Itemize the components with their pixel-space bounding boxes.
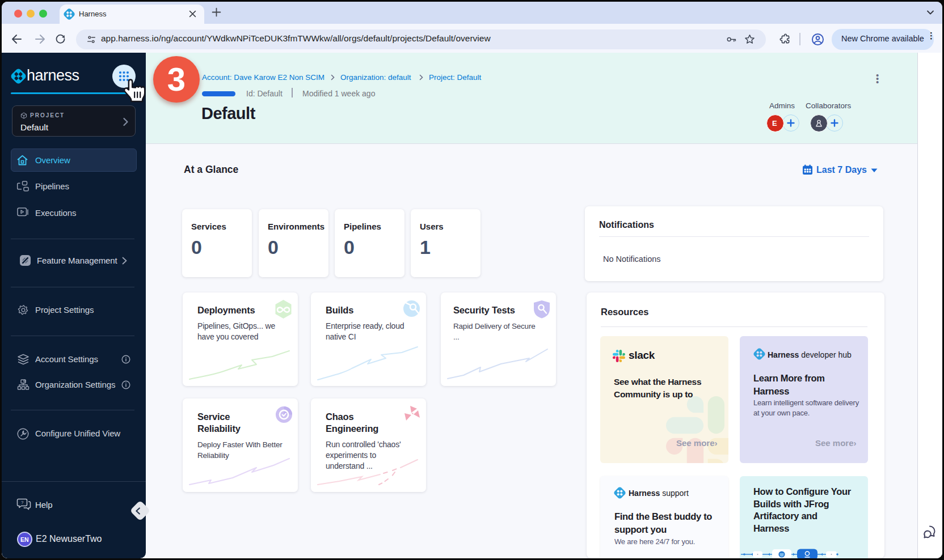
svg-text:?: ? [21,500,24,505]
